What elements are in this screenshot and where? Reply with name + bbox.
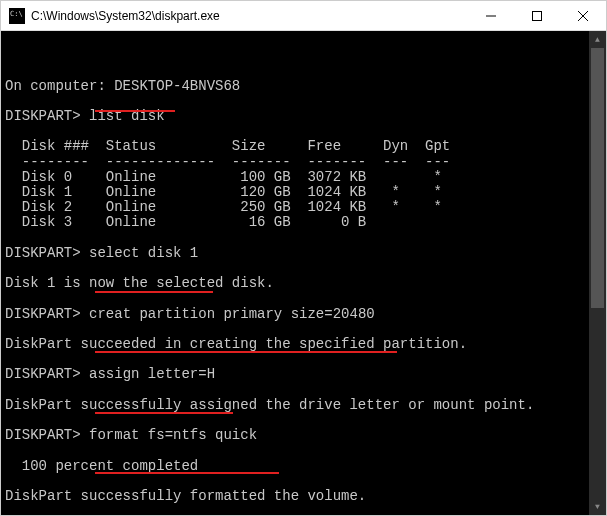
vertical-scrollbar[interactable]: ▲ ▼ bbox=[589, 31, 606, 515]
annotation-underline bbox=[95, 412, 233, 414]
prompt: DISKPART> bbox=[5, 366, 81, 382]
maximize-button[interactable] bbox=[514, 1, 560, 30]
minimize-button[interactable] bbox=[468, 1, 514, 30]
computer-line: On computer: DESKTOP-4BNVS68 bbox=[5, 78, 240, 94]
console-area[interactable]: On computer: DESKTOP-4BNVS68 DISKPART> l… bbox=[1, 31, 606, 515]
window-controls bbox=[468, 1, 606, 30]
app-icon bbox=[9, 8, 25, 24]
table-row: Disk 1 Online 120 GB 1024 KB * * bbox=[5, 184, 442, 200]
annotation-underline bbox=[95, 110, 175, 112]
cmd-select-disk: select disk 1 bbox=[89, 245, 198, 261]
console-content: On computer: DESKTOP-4BNVS68 DISKPART> l… bbox=[5, 63, 602, 515]
scroll-down-arrow[interactable]: ▼ bbox=[589, 498, 606, 515]
prompt: DISKPART> bbox=[5, 245, 81, 261]
disk-table-divider: -------- ------------- ------- ------- -… bbox=[5, 154, 450, 170]
disk-table-header: Disk ### Status Size Free Dyn Gpt bbox=[5, 138, 450, 154]
msg-formatted: DiskPart successfully formatted the volu… bbox=[5, 488, 366, 504]
msg-selected: Disk 1 is now the selected disk. bbox=[5, 275, 274, 291]
table-row: Disk 3 Online 16 GB 0 B bbox=[5, 214, 366, 230]
msg-progress: 100 percent completed bbox=[5, 458, 198, 474]
window-titlebar: C:\Windows\System32\diskpart.exe bbox=[1, 1, 606, 31]
annotation-underline bbox=[95, 291, 213, 293]
svg-rect-1 bbox=[533, 11, 542, 20]
prompt: DISKPART> bbox=[5, 427, 81, 443]
cmd-assign-letter: assign letter=H bbox=[89, 366, 215, 382]
table-row: Disk 0 Online 100 GB 3072 KB * bbox=[5, 169, 442, 185]
msg-created: DiskPart succeeded in creating the speci… bbox=[5, 336, 467, 352]
table-row: Disk 2 Online 250 GB 1024 KB * * bbox=[5, 199, 442, 215]
cmd-create-partition: creat partition primary size=20480 bbox=[89, 306, 375, 322]
msg-assigned: DiskPart successfully assigned the drive… bbox=[5, 397, 534, 413]
window-title: C:\Windows\System32\diskpart.exe bbox=[31, 9, 468, 23]
scroll-track[interactable] bbox=[589, 48, 606, 498]
scroll-up-arrow[interactable]: ▲ bbox=[589, 31, 606, 48]
prompt: DISKPART> bbox=[5, 108, 81, 124]
close-button[interactable] bbox=[560, 1, 606, 30]
prompt: DISKPART> bbox=[5, 306, 81, 322]
annotation-underline bbox=[95, 472, 279, 474]
scroll-thumb[interactable] bbox=[591, 48, 604, 308]
cmd-format: format fs=ntfs quick bbox=[89, 427, 257, 443]
annotation-underline bbox=[95, 351, 397, 353]
